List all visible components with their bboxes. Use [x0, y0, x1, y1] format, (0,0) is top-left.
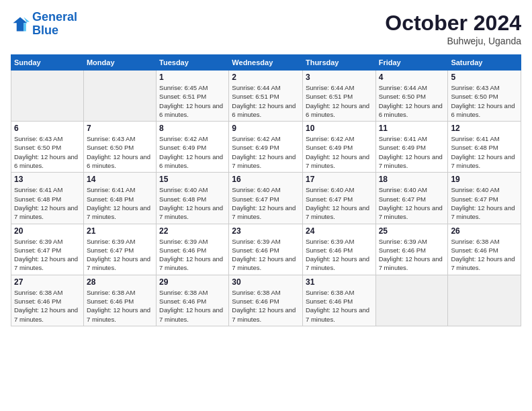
- day-info: Sunrise: 6:40 AM Sunset: 6:47 PM Dayligh…: [451, 185, 518, 221]
- calendar-cell: 24Sunrise: 6:39 AM Sunset: 6:46 PM Dayli…: [302, 224, 375, 275]
- calendar-week-row: 27Sunrise: 6:38 AM Sunset: 6:46 PM Dayli…: [11, 275, 521, 326]
- calendar-cell: 10Sunrise: 6:42 AM Sunset: 6:49 PM Dayli…: [302, 122, 375, 173]
- day-number: 12: [451, 124, 518, 133]
- day-number: 26: [451, 226, 518, 236]
- day-info: Sunrise: 6:39 AM Sunset: 6:46 PM Dayligh…: [159, 237, 226, 273]
- weekday-header: Friday: [375, 55, 448, 71]
- weekday-header: Sunday: [11, 55, 84, 71]
- day-info: Sunrise: 6:42 AM Sunset: 6:49 PM Dayligh…: [232, 134, 300, 170]
- day-info: Sunrise: 6:42 AM Sunset: 6:49 PM Dayligh…: [159, 134, 226, 170]
- logo: General Blue: [11, 11, 77, 38]
- logo-line2: Blue: [32, 24, 58, 37]
- day-info: Sunrise: 6:38 AM Sunset: 6:46 PM Dayligh…: [451, 237, 518, 273]
- calendar-cell: 26Sunrise: 6:38 AM Sunset: 6:46 PM Dayli…: [448, 224, 521, 275]
- day-number: 17: [306, 175, 373, 184]
- calendar-cell: 29Sunrise: 6:38 AM Sunset: 6:46 PM Dayli…: [157, 275, 229, 326]
- day-info: Sunrise: 6:43 AM Sunset: 6:50 PM Dayligh…: [451, 83, 518, 119]
- day-number: 5: [451, 73, 518, 82]
- day-info: Sunrise: 6:40 AM Sunset: 6:47 PM Dayligh…: [379, 185, 445, 221]
- calendar-cell: 17Sunrise: 6:40 AM Sunset: 6:47 PM Dayli…: [302, 173, 375, 224]
- logo-icon: [11, 15, 30, 34]
- calendar-header-row: SundayMondayTuesdayWednesdayThursdayFrid…: [11, 55, 521, 71]
- calendar-cell: 1Sunrise: 6:45 AM Sunset: 6:51 PM Daylig…: [157, 71, 229, 122]
- calendar-cell: 3Sunrise: 6:44 AM Sunset: 6:51 PM Daylig…: [302, 71, 375, 122]
- day-number: 8: [159, 124, 226, 133]
- day-info: Sunrise: 6:44 AM Sunset: 6:51 PM Dayligh…: [232, 83, 300, 119]
- day-info: Sunrise: 6:38 AM Sunset: 6:46 PM Dayligh…: [14, 288, 81, 324]
- calendar-week-row: 20Sunrise: 6:39 AM Sunset: 6:47 PM Dayli…: [11, 224, 521, 275]
- day-number: 31: [306, 277, 373, 287]
- weekday-header: Wednesday: [229, 55, 303, 71]
- logo-text: General Blue: [32, 11, 77, 38]
- calendar-cell: 16Sunrise: 6:40 AM Sunset: 6:47 PM Dayli…: [229, 173, 303, 224]
- calendar-cell: 20Sunrise: 6:39 AM Sunset: 6:47 PM Dayli…: [11, 224, 84, 275]
- calendar-cell: [375, 275, 448, 326]
- calendar-cell: 8Sunrise: 6:42 AM Sunset: 6:49 PM Daylig…: [157, 122, 229, 173]
- day-info: Sunrise: 6:41 AM Sunset: 6:48 PM Dayligh…: [87, 185, 153, 221]
- day-number: 25: [379, 226, 445, 236]
- day-number: 3: [306, 73, 373, 82]
- day-number: 28: [87, 277, 153, 287]
- day-number: 24: [306, 226, 373, 236]
- calendar-cell: [448, 275, 521, 326]
- day-info: Sunrise: 6:38 AM Sunset: 6:46 PM Dayligh…: [232, 288, 300, 324]
- day-info: Sunrise: 6:38 AM Sunset: 6:46 PM Dayligh…: [306, 288, 373, 324]
- calendar-cell: [83, 71, 156, 122]
- day-number: 1: [159, 73, 226, 82]
- calendar-cell: 15Sunrise: 6:40 AM Sunset: 6:48 PM Dayli…: [157, 173, 229, 224]
- weekday-header: Tuesday: [157, 55, 229, 71]
- calendar-cell: 12Sunrise: 6:41 AM Sunset: 6:48 PM Dayli…: [448, 122, 521, 173]
- calendar-cell: 9Sunrise: 6:42 AM Sunset: 6:49 PM Daylig…: [229, 122, 303, 173]
- day-info: Sunrise: 6:45 AM Sunset: 6:51 PM Dayligh…: [159, 83, 226, 119]
- calendar-cell: 6Sunrise: 6:43 AM Sunset: 6:50 PM Daylig…: [11, 122, 84, 173]
- title-block: October 2024 Buhweju, Uganda: [385, 11, 521, 46]
- calendar-cell: 4Sunrise: 6:44 AM Sunset: 6:50 PM Daylig…: [375, 71, 448, 122]
- calendar-cell: 13Sunrise: 6:41 AM Sunset: 6:48 PM Dayli…: [11, 173, 84, 224]
- calendar-cell: [11, 71, 84, 122]
- day-info: Sunrise: 6:39 AM Sunset: 6:46 PM Dayligh…: [306, 237, 373, 273]
- day-number: 16: [232, 175, 300, 184]
- day-info: Sunrise: 6:44 AM Sunset: 6:50 PM Dayligh…: [379, 83, 445, 119]
- calendar-cell: 2Sunrise: 6:44 AM Sunset: 6:51 PM Daylig…: [229, 71, 303, 122]
- calendar-cell: 27Sunrise: 6:38 AM Sunset: 6:46 PM Dayli…: [11, 275, 84, 326]
- day-number: 14: [87, 175, 153, 184]
- day-number: 20: [14, 226, 81, 236]
- calendar-cell: 21Sunrise: 6:39 AM Sunset: 6:47 PM Dayli…: [83, 224, 156, 275]
- day-number: 22: [159, 226, 226, 236]
- day-info: Sunrise: 6:40 AM Sunset: 6:47 PM Dayligh…: [232, 185, 300, 221]
- day-number: 2: [232, 73, 300, 82]
- day-number: 29: [159, 277, 226, 287]
- calendar-cell: 19Sunrise: 6:40 AM Sunset: 6:47 PM Dayli…: [448, 173, 521, 224]
- logo-line1: General: [32, 10, 77, 24]
- day-number: 27: [14, 277, 81, 287]
- svg-marker-1: [24, 17, 30, 31]
- calendar-week-row: 13Sunrise: 6:41 AM Sunset: 6:48 PM Dayli…: [11, 173, 521, 224]
- day-info: Sunrise: 6:39 AM Sunset: 6:46 PM Dayligh…: [232, 237, 300, 273]
- calendar-week-row: 1Sunrise: 6:45 AM Sunset: 6:51 PM Daylig…: [11, 71, 521, 122]
- day-number: 10: [306, 124, 373, 133]
- month-title: October 2024: [385, 11, 521, 36]
- day-info: Sunrise: 6:39 AM Sunset: 6:46 PM Dayligh…: [379, 237, 445, 273]
- calendar-cell: 18Sunrise: 6:40 AM Sunset: 6:47 PM Dayli…: [375, 173, 448, 224]
- day-info: Sunrise: 6:40 AM Sunset: 6:48 PM Dayligh…: [159, 185, 226, 221]
- calendar-cell: 5Sunrise: 6:43 AM Sunset: 6:50 PM Daylig…: [448, 71, 521, 122]
- calendar-cell: 28Sunrise: 6:38 AM Sunset: 6:46 PM Dayli…: [83, 275, 156, 326]
- day-number: 4: [379, 73, 445, 82]
- day-info: Sunrise: 6:39 AM Sunset: 6:47 PM Dayligh…: [14, 237, 81, 273]
- calendar-cell: 31Sunrise: 6:38 AM Sunset: 6:46 PM Dayli…: [302, 275, 375, 326]
- day-number: 11: [379, 124, 445, 133]
- weekday-header: Thursday: [302, 55, 375, 71]
- location: Buhweju, Uganda: [385, 36, 521, 46]
- day-info: Sunrise: 6:41 AM Sunset: 6:48 PM Dayligh…: [14, 185, 81, 221]
- day-info: Sunrise: 6:41 AM Sunset: 6:49 PM Dayligh…: [379, 134, 445, 170]
- day-info: Sunrise: 6:43 AM Sunset: 6:50 PM Dayligh…: [14, 134, 81, 170]
- day-info: Sunrise: 6:38 AM Sunset: 6:46 PM Dayligh…: [159, 288, 226, 324]
- calendar-cell: 25Sunrise: 6:39 AM Sunset: 6:46 PM Dayli…: [375, 224, 448, 275]
- weekday-header: Monday: [83, 55, 156, 71]
- day-info: Sunrise: 6:38 AM Sunset: 6:46 PM Dayligh…: [87, 288, 153, 324]
- day-number: 6: [14, 124, 81, 133]
- day-info: Sunrise: 6:44 AM Sunset: 6:51 PM Dayligh…: [306, 83, 373, 119]
- day-number: 13: [14, 175, 81, 184]
- calendar-cell: 30Sunrise: 6:38 AM Sunset: 6:46 PM Dayli…: [229, 275, 303, 326]
- day-number: 7: [87, 124, 153, 133]
